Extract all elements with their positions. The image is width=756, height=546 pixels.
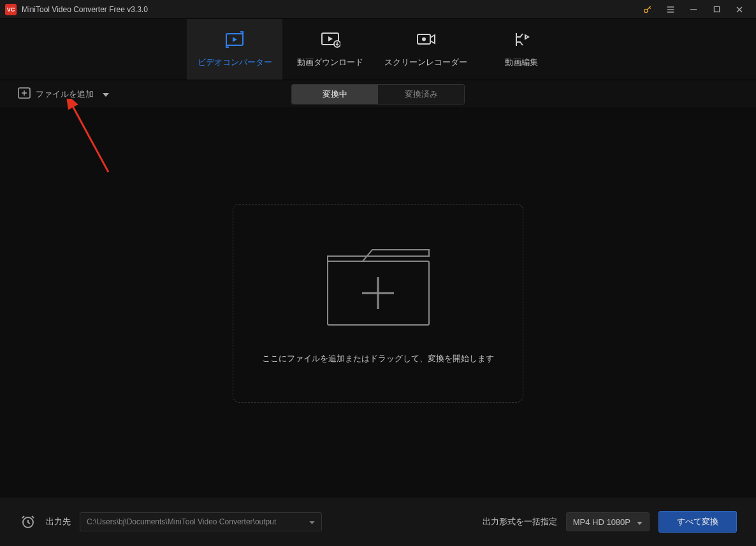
bottom-bar: 出力先 C:\Users\bj\Documents\MiniTool Video… (0, 498, 756, 546)
conversion-status-segments: 変換中 変換済み (291, 84, 465, 104)
output-path-select[interactable]: C:\Users\bj\Documents\MiniTool Video Con… (80, 512, 322, 531)
tab-label: ビデオコンバーター (198, 57, 272, 68)
maximize-button[interactable] (705, 0, 728, 19)
tab-label: スクリーンレコーダー (384, 57, 467, 68)
record-icon (416, 31, 436, 50)
app-logo: VC (5, 4, 17, 15)
tab-video-download[interactable]: 動画ダウンロード (282, 19, 378, 80)
main-nav: ビデオコンバーター 動画ダウンロード スクリーンレコーダー (0, 19, 756, 80)
add-file-icon (18, 87, 31, 101)
chevron-down-icon (637, 517, 643, 527)
chevron-down-icon (103, 89, 109, 99)
app-title: MiniTool Video Converter Free v3.3.0 (22, 5, 148, 14)
hamburger-menu-icon[interactable] (659, 0, 682, 19)
add-file-button[interactable]: ファイルを追加 (18, 87, 109, 101)
svg-point-6 (422, 38, 426, 41)
key-icon[interactable] (636, 0, 659, 19)
tab-screen-recorder[interactable]: スクリーンレコーダー (378, 19, 474, 80)
add-file-label: ファイルを追加 (36, 89, 94, 100)
convert-button-label: すべて変換 (677, 516, 718, 528)
tab-label: 動画編集 (505, 57, 538, 68)
tab-label: 動画ダウンロード (297, 57, 363, 68)
drop-zone-text: ここにファイルを追加またはドラッグして、変換を開始します (262, 353, 494, 364)
tab-video-converter[interactable]: ビデオコンバーター (187, 19, 282, 80)
titlebar: VC MiniTool Video Converter Free v3.3.0 (0, 0, 756, 19)
format-value: MP4 HD 1080P (573, 517, 630, 527)
folder-add-icon (323, 242, 434, 334)
output-format-select[interactable]: MP4 HD 1080P (566, 512, 650, 531)
edit-icon (511, 31, 532, 50)
drop-zone[interactable]: ここにファイルを追加またはドラッグして、変換を開始します (233, 204, 523, 403)
toolbar: ファイルを追加 変換中 変換済み (0, 80, 756, 108)
main-area: ここにファイルを追加またはドラッグして、変換を開始します (0, 108, 756, 498)
svg-rect-1 (714, 6, 719, 11)
download-icon (320, 31, 340, 50)
segment-converted[interactable]: 変換済み (378, 85, 464, 104)
schedule-icon[interactable] (19, 513, 37, 531)
convert-icon (224, 31, 245, 50)
format-label: 出力形式を一括指定 (483, 516, 557, 528)
segment-converting[interactable]: 変換中 (292, 85, 378, 104)
minimize-button[interactable] (682, 0, 705, 19)
tab-video-edit[interactable]: 動画編集 (474, 19, 569, 80)
convert-all-button[interactable]: すべて変換 (658, 511, 737, 533)
chevron-down-icon (309, 517, 315, 526)
close-button[interactable] (728, 0, 751, 19)
output-path-value: C:\Users\bj\Documents\MiniTool Video Con… (87, 517, 276, 526)
output-label: 出力先 (46, 516, 71, 528)
